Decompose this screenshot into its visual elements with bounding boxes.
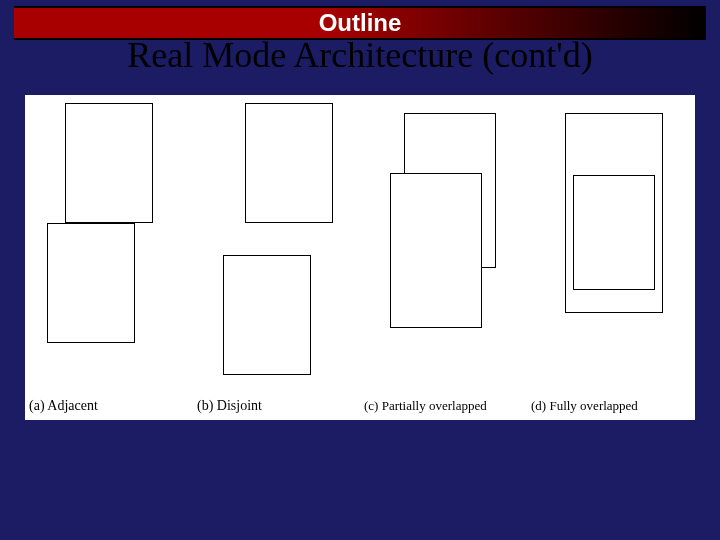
segment-rect <box>390 173 482 328</box>
caption-fully-overlapped: (d) Fully overlapped <box>527 398 695 414</box>
segment-figure: (a) Adjacent (b) Disjoint (c) Partially … <box>25 95 695 420</box>
panel-adjacent: (a) Adjacent <box>25 95 193 420</box>
panel-disjoint: (b) Disjoint <box>193 95 360 420</box>
slide-subtitle: Real Mode Architecture (cont'd) <box>0 34 720 76</box>
segment-rect <box>573 175 655 290</box>
segment-rect <box>223 255 311 375</box>
segment-rect <box>245 103 333 223</box>
panel-partially-overlapped: (c) Partially overlapped <box>360 95 527 420</box>
panel-fully-overlapped: (d) Fully overlapped <box>527 95 695 420</box>
banner-title: Outline <box>319 9 402 36</box>
segment-rect <box>47 223 135 343</box>
caption-adjacent: (a) Adjacent <box>25 398 193 414</box>
caption-disjoint: (b) Disjoint <box>193 398 360 414</box>
caption-partially-overlapped: (c) Partially overlapped <box>360 398 527 414</box>
segment-rect <box>65 103 153 223</box>
